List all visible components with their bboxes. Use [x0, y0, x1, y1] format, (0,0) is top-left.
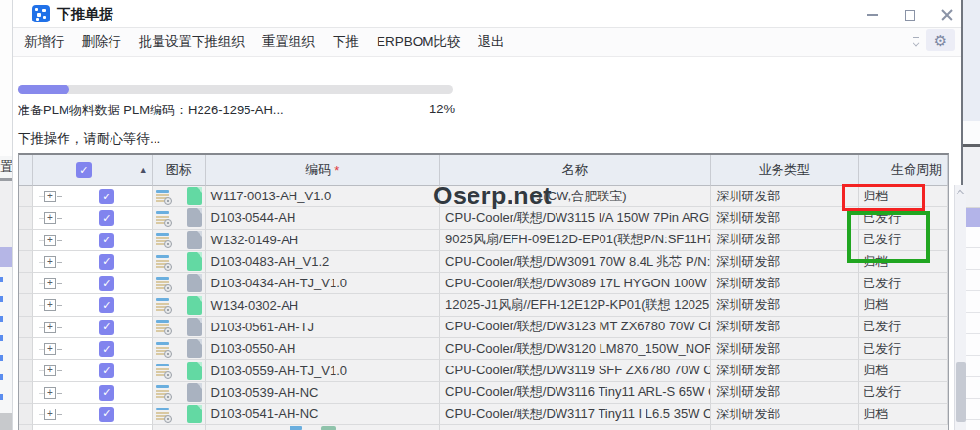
select-all-checkbox[interactable]: ✓ — [76, 162, 92, 178]
row-icon-cell — [153, 294, 206, 316]
row-lifecycle-cell: 归档 — [859, 360, 948, 381]
expand-icon[interactable]: + — [44, 278, 56, 289]
table-row[interactable]: +✓D103-0434-AH-TJ_V1.0CPU-Cooler/联想/DW30… — [19, 273, 948, 294]
row-code-cell: W132-0149-AH — [206, 230, 441, 251]
row-handle[interactable] — [19, 273, 33, 294]
row-biztype-cell: 深圳研发部 — [711, 273, 860, 294]
row-select-cell: +✓ — [33, 273, 153, 294]
row-name-cell: CPU-Cooler/联想/DW3119 SFF ZX6780 70W CPU — [440, 360, 710, 381]
row-biztype-cell: 深圳研发部 — [711, 382, 860, 404]
expand-icon[interactable]: + — [44, 365, 56, 376]
toolbar-button-0[interactable]: 新增行 — [24, 33, 65, 51]
bom-doc-gear-icon — [156, 276, 171, 291]
row-select-cell: +✓ — [33, 382, 153, 404]
row-lifecycle-cell: 已发行 — [859, 273, 948, 294]
toolbar-button-3[interactable]: 重置组织 — [262, 33, 315, 51]
row-checkbox[interactable]: ✓ — [99, 385, 114, 401]
table-row[interactable]: +✓D103-0561-AH-TJCPU-Cooler/联想/DW3123 MT… — [19, 317, 948, 338]
row-checkbox[interactable]: ✓ — [99, 254, 114, 270]
row-select-cell: +✓ — [33, 251, 153, 273]
bom-doc-gear-icon — [156, 407, 171, 422]
row-checkbox[interactable]: ✓ — [99, 233, 114, 248]
row-handle[interactable] — [19, 207, 33, 229]
window-title: 下推单据 — [57, 5, 113, 23]
toolbar-button-4[interactable]: 下推 — [333, 33, 359, 51]
scrollbar-thumb[interactable] — [956, 362, 966, 422]
row-checkbox[interactable]: ✓ — [99, 320, 114, 335]
row-handle[interactable] — [19, 360, 33, 381]
toolbar-button-5[interactable]: ERPBOM比较 — [377, 33, 461, 51]
background-window-left: 置挑 — [0, 0, 13, 430]
row-checkbox[interactable]: ✓ — [99, 210, 114, 226]
expand-icon[interactable]: + — [44, 235, 56, 246]
minimize-icon[interactable] — [866, 8, 879, 22]
expand-icon[interactable]: + — [44, 256, 56, 268]
row-code-cell: D103-0561-AH-TJ — [206, 317, 441, 338]
expand-icon[interactable]: + — [44, 387, 56, 399]
page-icon — [187, 318, 202, 336]
row-lifecycle-cell: 归档 — [859, 404, 948, 425]
table-row[interactable]: +✓D103-0483-AH_V1.2CPU-Cooler/联想/DW3091 … — [19, 251, 948, 273]
header-select-cell: ✓ ▲ — [33, 155, 153, 186]
header-lifecycle-column[interactable]: 生命周期 — [859, 155, 948, 186]
row-handle[interactable] — [19, 251, 33, 273]
expand-icon[interactable]: + — [44, 191, 56, 202]
required-asterisk: * — [334, 163, 339, 178]
row-handle[interactable] — [19, 404, 33, 425]
row-icon-cell — [153, 230, 206, 251]
page-icon — [187, 296, 202, 315]
page-icon — [187, 252, 202, 271]
row-handle[interactable] — [19, 186, 33, 207]
table-row[interactable]: +✓W132-0149-AH9025风扇/EFH-09E12D-EP01(联想P… — [19, 230, 948, 251]
row-icon-cell — [153, 404, 206, 425]
expand-icon[interactable]: + — [44, 343, 56, 355]
sort-asc-icon[interactable]: ▲ — [139, 165, 148, 175]
expand-icon[interactable]: + — [44, 212, 56, 224]
vertical-scrollbar[interactable] — [954, 185, 966, 430]
row-biztype-cell: 深圳研发部 — [711, 186, 860, 207]
expand-icon[interactable]: + — [44, 299, 56, 311]
toolbar-button-6[interactable]: 退出 — [478, 33, 505, 51]
row-checkbox[interactable]: ✓ — [99, 297, 114, 313]
collapse-toolbar-icon[interactable] — [912, 36, 920, 45]
row-name-cell: CPU-Cooler/联想/DW3091 70W 8.4L 兆芯 P/N:SH4 — [440, 251, 710, 273]
table-row[interactable]: +✓D103-0539-AH-NCCPU-Cooler/联想/DW3116 Ti… — [19, 382, 948, 404]
row-code-cell: D103-0559-AH-TJ_V1.0 — [206, 360, 441, 381]
header-code-column[interactable]: 编码* — [206, 155, 440, 186]
row-checkbox[interactable]: ✓ — [99, 341, 114, 357]
header-biztype-column[interactable]: 业务类型 — [711, 155, 860, 186]
row-icon-cell — [153, 186, 206, 207]
row-handle[interactable] — [19, 338, 33, 360]
table-row[interactable]: +✓D103-0550-AHCPU-Cooler/联想/DW3120 LM870… — [19, 338, 948, 360]
toolbar-button-1[interactable]: 删除行 — [82, 33, 122, 51]
settings-button[interactable]: ⚙ — [926, 29, 955, 51]
table-row[interactable]: +✓D103-0544-AHCPU-Cooler/联想/DW3115 I/A 1… — [19, 207, 948, 229]
row-handle[interactable] — [19, 294, 33, 316]
row-handle[interactable] — [19, 317, 33, 338]
row-handle[interactable] — [19, 382, 33, 404]
row-code-cell: D103-0539-AH-NC — [206, 382, 441, 404]
expand-icon[interactable]: + — [44, 322, 56, 333]
row-select-cell: +✓ — [33, 338, 153, 360]
row-name-cell: 12025-J1风扇//EFH-12E12P-KP01(联想 12025 7Pi — [440, 294, 710, 316]
table-row[interactable]: +✓D103-0541-AH-NCCPU-Cooler/联想/DW3117 Ti… — [19, 404, 948, 425]
expand-icon[interactable]: + — [44, 408, 56, 420]
header-icon-column[interactable]: 图标 — [153, 155, 206, 186]
toolbar-button-2[interactable]: 批量设置下推组织 — [139, 33, 245, 51]
toolbar: 新增行删除行批量设置下推组织重置组织下推ERPBOM比较退出 ⚙ — [13, 28, 961, 57]
header-rowhandle — [19, 155, 33, 186]
row-checkbox[interactable]: ✓ — [99, 407, 114, 422]
annotation-red-box — [842, 184, 925, 211]
close-icon[interactable] — [940, 8, 954, 22]
background-selected-row — [0, 247, 13, 267]
row-checkbox[interactable]: ✓ — [99, 363, 114, 378]
row-checkbox[interactable]: ✓ — [99, 189, 114, 204]
row-name-cell: 9025风扇/EFH-09E12D-EP01(联想P/N:SF11H7881 — [440, 230, 710, 251]
table-row[interactable]: +✓W134-0302-AH12025-J1风扇//EFH-12E12P-KP0… — [19, 294, 948, 316]
table-row[interactable]: +✓D103-0559-AH-TJ_V1.0CPU-Cooler/联想/DW31… — [19, 360, 948, 381]
scroll-up-icon[interactable] — [958, 189, 964, 195]
maximize-icon[interactable] — [903, 8, 916, 22]
row-checkbox[interactable]: ✓ — [99, 276, 114, 291]
row-handle[interactable] — [19, 230, 33, 251]
bom-doc-gear-icon — [156, 232, 171, 247]
